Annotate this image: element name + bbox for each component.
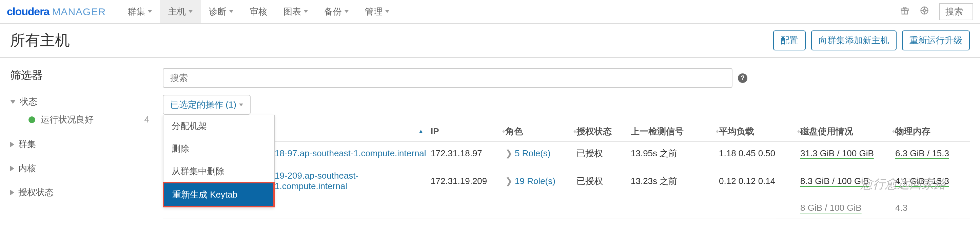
cell-disk: 8 GiB / 100 GiB <box>800 203 895 213</box>
sort-icon: ♦ <box>502 128 505 135</box>
menu-assign-rack[interactable]: 分配机架 <box>164 115 274 137</box>
selected-actions-button[interactable]: 已选定的操作 (1) <box>163 95 251 115</box>
cell-auth: 已授权 <box>576 147 631 160</box>
configure-button[interactable]: 配置 <box>773 30 806 51</box>
cell-load: 1.18 0.45 0.50 <box>719 148 800 159</box>
global-search-input[interactable] <box>939 3 973 20</box>
chevron-right-icon <box>10 142 14 147</box>
col-header-load[interactable]: 平均负载♦ <box>719 125 800 137</box>
chevron-right-icon <box>10 166 14 171</box>
col-header-ip[interactable]: IP♦ <box>431 125 505 137</box>
page-header: 所有主机 配置 向群集添加新主机 重新运行升级 <box>0 24 980 58</box>
gift-icon[interactable] <box>900 6 910 17</box>
nav-backup[interactable]: 备份 <box>316 0 357 23</box>
roles-link[interactable]: 5 Role(s) <box>515 148 550 158</box>
caret-icon <box>229 10 233 13</box>
logo-product: MANAGER <box>52 6 106 17</box>
caret-icon <box>385 10 389 13</box>
nav-diagnostics[interactable]: 诊断 <box>201 0 242 23</box>
cell-mem: 4.3 <box>895 203 970 213</box>
sort-icon: ▲ <box>418 128 424 135</box>
cell-ip: 172.31.19.209 <box>431 176 505 186</box>
filter-group-auth: 授权状态 <box>10 184 149 201</box>
nav-clusters[interactable]: 群集 <box>119 0 160 23</box>
table-row: 8 GiB / 100 GiB 4.3 <box>163 197 970 219</box>
filter-group-status: 状态 运行状况良好 4 <box>10 93 149 129</box>
chevron-right-icon: ❯ <box>505 176 513 186</box>
menu-regenerate-keytab[interactable]: 重新生成 Keytab <box>163 182 275 207</box>
logo[interactable]: cloudera MANAGER <box>7 5 106 18</box>
nav-hosts[interactable]: 主机 <box>160 0 201 23</box>
sort-icon: ♦ <box>892 128 895 135</box>
cell-mem: 6.3 GiB / 15.3 <box>895 148 970 159</box>
col-header-auth[interactable]: 授权状态 <box>576 125 631 137</box>
cell-auth: 已授权 <box>576 175 631 187</box>
sort-icon: ♦ <box>573 128 576 135</box>
nav-admin[interactable]: 管理 <box>357 0 398 23</box>
top-navbar: cloudera MANAGER 群集 主机 诊断 审核 图表 备份 管理 <box>0 0 980 24</box>
main-panel: ? 已选定的操作 (1) 分配机架 删除 从群集中删除 重新生成 Keytab … <box>163 68 970 219</box>
help-icon[interactable]: ? <box>738 73 748 83</box>
page-actions: 配置 向群集添加新主机 重新运行升级 <box>773 30 970 51</box>
cell-ip: 172.31.18.97 <box>431 148 505 159</box>
filter-group-kernel: 内核 <box>10 160 149 177</box>
status-good-icon <box>29 116 35 123</box>
col-header-mem[interactable]: 物理内存 <box>895 125 970 137</box>
cell-disk: 31.3 GiB / 100 GiB <box>800 148 895 159</box>
cell-disk: 8.3 GiB / 100 GiB <box>800 176 895 186</box>
filter-header-cluster[interactable]: 群集 <box>10 136 149 153</box>
chevron-right-icon: ❯ <box>505 148 513 158</box>
sort-icon: ♦ <box>716 128 719 135</box>
chevron-down-icon <box>10 100 16 104</box>
menu-remove-from-cluster[interactable]: 从群集中删除 <box>164 160 274 183</box>
nav-items: 群集 主机 诊断 审核 图表 备份 管理 <box>119 0 398 23</box>
col-header-heartbeat[interactable]: 上一检测信号♦ <box>631 125 719 137</box>
cell-roles: ❯19 Role(s) <box>505 176 576 186</box>
nav-audit[interactable]: 审核 <box>242 0 275 23</box>
sidebar-title: 筛选器 <box>10 68 149 83</box>
page-title: 所有主机 <box>10 30 70 51</box>
rerun-upgrade-button[interactable]: 重新运行升级 <box>902 30 970 51</box>
cell-load: 0.12 0.12 0.14 <box>719 176 800 186</box>
cell-heartbeat: 13.23s 之前 <box>631 175 719 187</box>
filter-sidebar: 筛选器 状态 运行状况良好 4 群集 内核 <box>10 68 163 219</box>
filter-count: 4 <box>145 114 149 125</box>
col-header-disk[interactable]: 磁盘使用情况♦ <box>800 125 895 137</box>
filter-header-auth[interactable]: 授权状态 <box>10 184 149 201</box>
svg-point-4 <box>923 9 926 11</box>
cell-mem: 4.1 GiB / 15.3 <box>895 176 970 186</box>
caret-icon <box>189 10 192 13</box>
cell-heartbeat: 13.95s 之前 <box>631 147 719 160</box>
hosts-table: ▲ IP♦ 角色♦ 授权状态 上一检测信号♦ 平均负载♦ 磁盘使用情况♦ 物理内… <box>163 122 970 219</box>
hostname-link[interactable]: 19-209.ap-southeast-1.compute.internal <box>275 171 358 191</box>
hostname-link[interactable]: 18-97.ap-southeast-1.compute.internal <box>275 148 426 158</box>
selected-actions-dropdown: 已选定的操作 (1) 分配机架 删除 从群集中删除 重新生成 Keytab <box>163 95 251 115</box>
filter-group-cluster: 群集 <box>10 136 149 153</box>
actions-menu: 分配机架 删除 从群集中删除 重新生成 Keytab <box>163 115 275 207</box>
hosts-search-input[interactable] <box>163 68 732 88</box>
menu-delete[interactable]: 删除 <box>164 137 274 160</box>
support-icon[interactable] <box>920 6 929 17</box>
caret-icon <box>304 10 308 13</box>
roles-link[interactable]: 19 Role(s) <box>515 176 555 186</box>
sort-icon: ♦ <box>797 128 800 135</box>
add-hosts-button[interactable]: 向群集添加新主机 <box>811 30 897 51</box>
table-row: 19-209.ap-southeast-1.compute.internal 1… <box>163 165 970 197</box>
nav-charts[interactable]: 图表 <box>275 0 316 23</box>
logo-brand: cloudera <box>7 5 49 18</box>
caret-icon <box>345 10 348 13</box>
filter-header-status[interactable]: 状态 <box>10 93 149 110</box>
cell-roles: ❯5 Role(s) <box>505 148 576 159</box>
chevron-right-icon <box>10 190 14 195</box>
filter-header-kernel[interactable]: 内核 <box>10 160 149 177</box>
filter-item-good-health[interactable]: 运行状况良好 4 <box>10 110 149 129</box>
table-row: 18-97.ap-southeast-1.compute.internal 17… <box>163 142 970 165</box>
search-row: ? <box>163 68 970 88</box>
caret-icon <box>239 104 243 106</box>
table-header: ▲ IP♦ 角色♦ 授权状态 上一检测信号♦ 平均负载♦ 磁盘使用情况♦ 物理内… <box>163 122 970 142</box>
col-header-roles[interactable]: 角色♦ <box>505 125 576 137</box>
caret-icon <box>148 10 152 13</box>
nav-right <box>900 3 973 20</box>
content: 筛选器 状态 运行状况良好 4 群集 内核 <box>0 58 980 226</box>
